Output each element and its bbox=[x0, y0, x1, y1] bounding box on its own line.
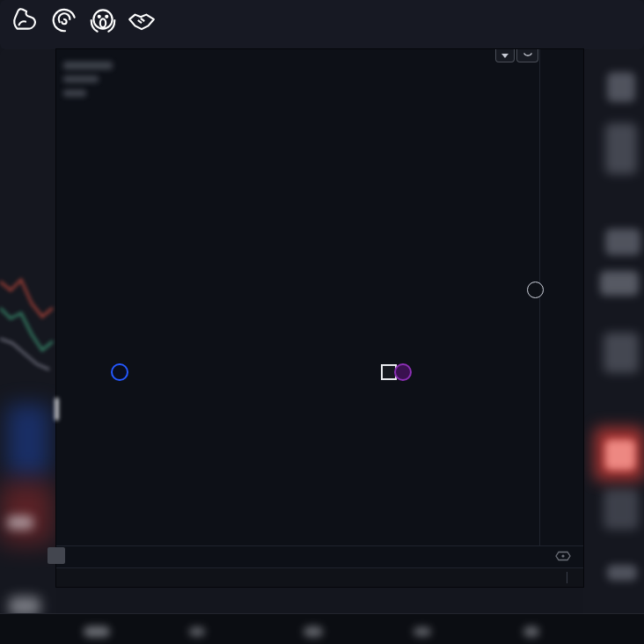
background-blob bbox=[7, 405, 49, 475]
background-blob bbox=[7, 516, 33, 530]
arc-down-icon bbox=[523, 53, 532, 58]
collapse-pane-button[interactable] bbox=[495, 49, 515, 62]
legend-smudge bbox=[63, 76, 99, 83]
scale-eye-icon[interactable] bbox=[555, 551, 571, 561]
cyclone-icon bbox=[49, 5, 79, 35]
restore-pane-button[interactable] bbox=[516, 49, 538, 62]
event-marker-d[interactable] bbox=[111, 363, 128, 381]
chart-plot[interactable] bbox=[56, 49, 583, 587]
background-blob bbox=[607, 72, 635, 102]
background-blob bbox=[604, 489, 639, 530]
background-minichart bbox=[0, 255, 56, 378]
chevron-down-icon bbox=[501, 54, 509, 58]
background-blob bbox=[413, 627, 431, 636]
background-blob bbox=[605, 440, 635, 470]
screen bbox=[0, 0, 644, 644]
status-bar bbox=[56, 567, 583, 587]
status-divider bbox=[567, 572, 567, 583]
background-blob bbox=[605, 229, 640, 255]
crosshair-plus-button[interactable] bbox=[527, 282, 544, 298]
chart-window[interactable] bbox=[56, 49, 583, 587]
background-blob bbox=[523, 626, 539, 637]
legend-smudge bbox=[63, 62, 113, 70]
event-marker-lightning[interactable] bbox=[394, 363, 412, 381]
background-blob bbox=[600, 271, 639, 296]
price-axis[interactable] bbox=[539, 49, 584, 545]
time-axis[interactable] bbox=[56, 545, 583, 568]
legend-smudge bbox=[63, 90, 86, 97]
background-blob bbox=[607, 565, 637, 581]
background-blob bbox=[604, 333, 639, 373]
background-blob bbox=[189, 627, 205, 636]
handshake-icon bbox=[127, 5, 157, 35]
crosshair-date-badge bbox=[48, 547, 65, 564]
background-blob bbox=[0, 482, 53, 544]
screaming-face-icon bbox=[88, 5, 118, 35]
flexed-biceps-icon bbox=[11, 5, 40, 35]
background-blob bbox=[84, 626, 110, 637]
background-bleed bbox=[55, 398, 59, 421]
emoji-row bbox=[11, 5, 157, 35]
background-taskbar bbox=[0, 613, 644, 644]
background-blob bbox=[304, 626, 323, 637]
background-blob bbox=[605, 123, 637, 174]
